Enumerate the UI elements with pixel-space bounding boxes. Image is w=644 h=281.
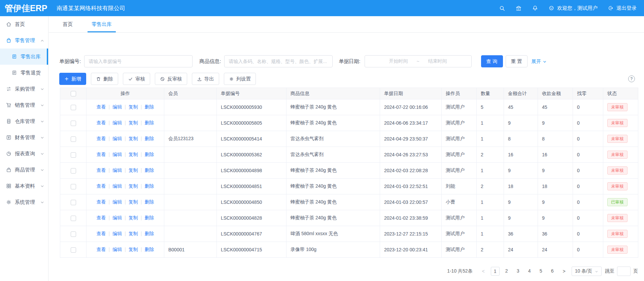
expand-link[interactable]: 展开 <box>532 58 547 65</box>
row-checkbox[interactable] <box>71 200 76 205</box>
row-checkbox[interactable] <box>71 247 76 253</box>
row-checkbox[interactable] <box>71 168 76 174</box>
chevron-down-icon <box>595 270 598 273</box>
page-number-4[interactable]: 4 <box>525 267 534 276</box>
row-checkbox[interactable] <box>71 184 76 189</box>
row-action-delete[interactable]: 删除 <box>144 152 154 157</box>
row-checkbox[interactable] <box>71 121 76 126</box>
search-button[interactable]: 查 询 <box>481 55 503 67</box>
row-action-view[interactable]: 查看 <box>97 183 106 189</box>
row-action-view[interactable]: 查看 <box>97 167 106 173</box>
page-number-3[interactable]: 3 <box>514 267 522 276</box>
app-logo[interactable]: 管伊佳ERP <box>0 3 53 14</box>
row-action-delete[interactable]: 删除 <box>144 215 154 220</box>
row-action-copy[interactable]: 复制 <box>129 247 138 252</box>
row-action-copy[interactable]: 复制 <box>129 136 138 141</box>
row-checkbox[interactable] <box>71 136 76 142</box>
sidebar-item-retail-return[interactable]: 零售退货 <box>0 65 48 81</box>
prev-page-button[interactable]: < <box>479 267 487 276</box>
row-action-view[interactable]: 查看 <box>97 215 106 220</box>
row-action-edit[interactable]: 编辑 <box>112 247 122 252</box>
page-number-2[interactable]: 2 <box>502 267 511 276</box>
row-action-edit[interactable]: 编辑 <box>112 167 122 173</box>
row-action-edit[interactable]: 编辑 <box>112 183 122 189</box>
cell-total: 36 <box>504 226 538 242</box>
tab-retail-outbound[interactable]: 零售出库 <box>87 16 116 32</box>
row-action-delete[interactable]: 删除 <box>144 120 154 125</box>
logout-button[interactable]: 退出登录 <box>608 5 637 11</box>
search-icon[interactable] <box>499 5 505 11</box>
cell-change: 0 <box>573 99 603 115</box>
row-action-delete[interactable]: 删除 <box>144 167 154 173</box>
add-button[interactable]: 新增 <box>59 73 86 85</box>
row-action-copy[interactable]: 复制 <box>129 215 138 220</box>
row-action-delete[interactable]: 删除 <box>144 231 154 236</box>
row-action-delete[interactable]: 删除 <box>144 136 154 141</box>
page-number-1[interactable]: 1 <box>491 267 500 276</box>
row-action-view[interactable]: 查看 <box>97 120 106 125</box>
cell-date: 2024-04-29 23:50:37 <box>380 131 442 147</box>
row-checkbox[interactable] <box>71 152 76 158</box>
row-checkbox[interactable] <box>71 231 76 237</box>
sidebar-item-retail-outbound[interactable]: 零售出库 <box>0 49 48 65</box>
row-action-edit[interactable]: 编辑 <box>112 120 122 125</box>
row-action-copy[interactable]: 复制 <box>129 167 138 173</box>
row-action-edit[interactable]: 编辑 <box>112 104 122 110</box>
sidebar-item-warehouse-mgmt[interactable]: 仓库管理 <box>0 113 48 129</box>
next-page-button[interactable]: > <box>560 267 568 276</box>
row-action-view[interactable]: 查看 <box>97 231 106 236</box>
page-number-6[interactable]: 6 <box>548 267 557 276</box>
page-jump-input[interactable] <box>617 267 631 276</box>
sidebar-item-goods-mgmt[interactable]: 商品管理 <box>0 162 48 178</box>
row-action-view[interactable]: 查看 <box>97 104 106 110</box>
product-info-input[interactable] <box>224 55 333 67</box>
sidebar-item-system-mgmt[interactable]: 系统管理 <box>0 194 48 210</box>
sidebar-item-basic-data[interactable]: 基本资料 <box>0 178 48 194</box>
export-button[interactable]: 导出 <box>192 73 219 85</box>
sidebar-item-report-query[interactable]: 报表查询 <box>0 146 48 162</box>
row-action-delete[interactable]: 删除 <box>144 104 154 110</box>
reset-button[interactable]: 重 置 <box>506 55 528 67</box>
row-action-view[interactable]: 查看 <box>97 152 106 157</box>
row-action-delete[interactable]: 删除 <box>144 183 154 189</box>
tab-home[interactable]: 首页 <box>58 16 77 32</box>
action-separator: | <box>141 231 142 236</box>
delete-button[interactable]: 删除 <box>91 73 118 85</box>
row-checkbox[interactable] <box>71 105 76 110</box>
audit-button[interactable]: 审核 <box>123 73 150 85</box>
row-action-view[interactable]: 查看 <box>97 136 106 141</box>
column-settings-button[interactable]: 列设置 <box>224 73 256 85</box>
row-action-copy[interactable]: 复制 <box>129 120 138 125</box>
row-action-delete[interactable]: 删除 <box>144 199 154 205</box>
row-action-edit[interactable]: 编辑 <box>112 199 122 205</box>
row-action-edit[interactable]: 编辑 <box>112 215 122 220</box>
row-action-delete[interactable]: 删除 <box>144 247 154 252</box>
help-icon[interactable]: ? <box>628 75 635 82</box>
row-action-edit[interactable]: 编辑 <box>112 231 122 236</box>
row-action-copy[interactable]: 复制 <box>129 231 138 236</box>
row-action-view[interactable]: 查看 <box>97 199 106 205</box>
page-number-5[interactable]: 5 <box>537 267 545 276</box>
row-action-edit[interactable]: 编辑 <box>112 152 122 157</box>
row-action-copy[interactable]: 复制 <box>129 104 138 110</box>
welcome-user[interactable]: 欢迎您，测试用户 <box>548 5 598 11</box>
sidebar-item-home[interactable]: 首页 <box>0 16 48 32</box>
sidebar-item-purchase-mgmt[interactable]: 采购管理 <box>0 81 48 97</box>
row-action-copy[interactable]: 复制 <box>129 183 138 189</box>
date-range-input[interactable]: 开始时间 ~ 结束时间 <box>365 55 472 67</box>
sidebar-item-retail-mgmt[interactable]: 零售管理 <box>0 32 48 49</box>
bell-icon[interactable] <box>532 5 538 11</box>
bank-icon[interactable] <box>515 5 522 11</box>
unaudit-button[interactable]: 反审核 <box>155 73 187 85</box>
row-action-view[interactable]: 查看 <box>97 247 106 252</box>
row-action-edit[interactable]: 编辑 <box>112 136 122 141</box>
sidebar-item-finance-mgmt[interactable]: 财务管理 <box>0 129 48 146</box>
row-action-copy[interactable]: 复制 <box>129 199 138 205</box>
action-separator: | <box>125 231 126 236</box>
sidebar-item-sales-mgmt[interactable]: 销售管理 <box>0 97 48 113</box>
page-size-select[interactable]: 10 条/页 <box>572 267 602 276</box>
bill-no-input[interactable] <box>84 55 193 67</box>
row-checkbox[interactable] <box>71 216 76 221</box>
row-action-copy[interactable]: 复制 <box>129 152 138 157</box>
select-all-checkbox[interactable] <box>71 91 76 96</box>
